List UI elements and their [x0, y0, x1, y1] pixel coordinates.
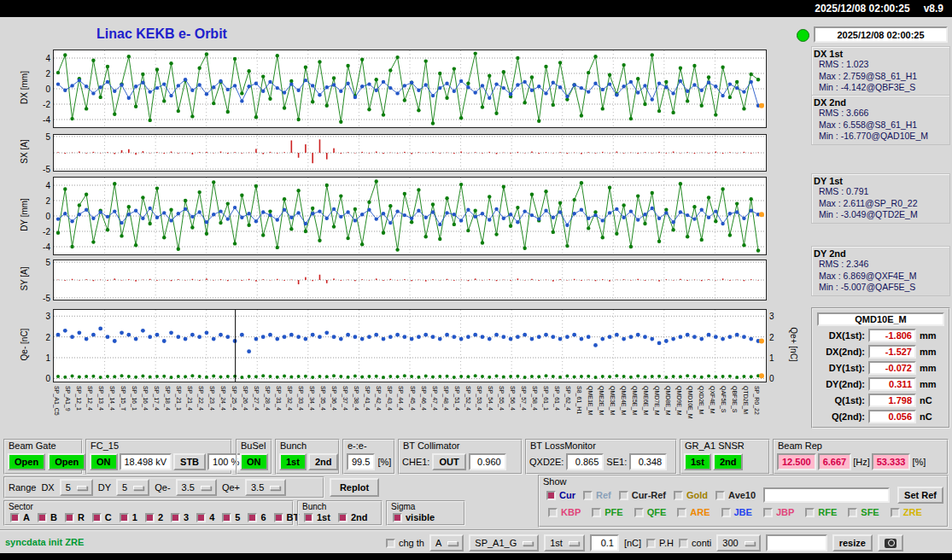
show-gold-checkbox[interactable]: Gold: [674, 490, 708, 500]
show-ave10-checkbox[interactable]: Ave10: [715, 490, 756, 500]
bunch-2nd-button[interactable]: 2nd: [308, 453, 339, 470]
sector-r-checkbox[interactable]: R: [65, 512, 85, 522]
checkbox-box[interactable]: [38, 513, 47, 522]
x-axis-label: QXF4E_M: [710, 386, 715, 414]
x-axis-label: QBF3E_S: [732, 386, 738, 413]
checkbox-box[interactable]: [679, 539, 688, 548]
show-rfe-checkbox[interactable]: RFE: [805, 507, 837, 517]
sector-c-checkbox[interactable]: C: [92, 512, 112, 522]
range-qep-dropdown[interactable]: 3.5: [245, 479, 286, 496]
checkbox-box[interactable]: [222, 513, 231, 522]
chg-th-checkbox[interactable]: chg th: [386, 538, 424, 548]
blank-entry-field[interactable]: [766, 534, 827, 551]
range-qem-dropdown[interactable]: 3.5: [176, 479, 217, 496]
gr-2nd-button[interactable]: 2nd: [713, 453, 744, 470]
show-kbp-checkbox[interactable]: KBP: [548, 507, 581, 517]
range-dy-dropdown[interactable]: 5: [116, 479, 149, 496]
show-pfe-checkbox[interactable]: PFE: [592, 507, 622, 517]
range-dx-dropdown[interactable]: 5: [60, 479, 93, 496]
threshold-field[interactable]: 0.1: [590, 534, 619, 551]
fc15-stb-button[interactable]: STB: [173, 453, 206, 470]
show-ref-checkbox[interactable]: Ref: [583, 490, 611, 500]
checkbox-box[interactable]: [721, 508, 731, 517]
sector-3-checkbox[interactable]: 3: [171, 512, 189, 522]
checkbox-box[interactable]: [583, 491, 593, 500]
checkbox-box[interactable]: [548, 508, 558, 517]
beam-gate-open-button-1[interactable]: Open: [8, 453, 45, 470]
x-axis-label: SP_23_4: [209, 386, 215, 411]
bunch-dropdown[interactable]: 1st: [544, 534, 585, 551]
checkbox-box[interactable]: [92, 513, 102, 522]
checkbox-box[interactable]: [848, 508, 857, 517]
x-axis-label: SP_31_4: [276, 386, 282, 411]
snapshot-button[interactable]: [878, 534, 903, 551]
camera-icon: [885, 539, 897, 548]
gr-1st-button[interactable]: 1st: [684, 453, 711, 470]
show-jbe-checkbox[interactable]: JBE: [721, 507, 752, 517]
x-axis-label: SP_53_4: [476, 386, 482, 411]
checkbox-box[interactable]: [634, 508, 644, 517]
mode-dropdown[interactable]: A: [429, 534, 464, 551]
show-cur-ref-checkbox[interactable]: Cur-Ref: [619, 490, 666, 500]
sector-4-checkbox[interactable]: 4: [196, 512, 214, 522]
show-qfe-checkbox[interactable]: QFE: [634, 507, 667, 517]
sector-1-checkbox[interactable]: 1: [120, 512, 137, 522]
checkbox-box[interactable]: [677, 508, 686, 517]
checkbox-box[interactable]: [304, 513, 313, 522]
checkbox-box[interactable]: [619, 491, 628, 500]
x-axis-label: SP_61_1: [543, 386, 549, 411]
checkbox-box[interactable]: [805, 508, 815, 517]
checkbox-box[interactable]: [248, 513, 257, 522]
ph-checkbox[interactable]: P.H: [646, 538, 674, 548]
checkbox-box[interactable]: [393, 513, 402, 522]
replot-button[interactable]: Replot: [330, 478, 379, 497]
checkbox-box[interactable]: [120, 513, 129, 522]
checkbox-box[interactable]: [171, 513, 180, 522]
show-jbp-checkbox[interactable]: JBP: [763, 507, 794, 517]
sector-bt-checkbox[interactable]: BT: [274, 512, 300, 522]
sector-2-checkbox[interactable]: 2: [145, 512, 163, 522]
checkbox-box[interactable]: [674, 491, 683, 500]
checkbox-box[interactable]: [715, 491, 725, 500]
checkbox-box[interactable]: [338, 513, 348, 522]
x-axis-label: QME2E_M: [599, 386, 604, 415]
che1-out-button[interactable]: OUT: [432, 453, 465, 470]
show-cur-checkbox[interactable]: Cur: [546, 490, 575, 500]
show-are-checkbox[interactable]: ARE: [677, 507, 710, 517]
checkbox-box[interactable]: [10, 513, 20, 522]
conti-checkbox[interactable]: conti: [679, 538, 711, 548]
sector-a-checkbox[interactable]: A: [10, 512, 30, 522]
x-axis-label: SP_47_4: [432, 386, 438, 411]
checkbox-box[interactable]: [646, 539, 656, 548]
busel-on-button[interactable]: ON: [240, 453, 268, 470]
bunch-1st-button[interactable]: 1st: [279, 453, 307, 470]
stat-group-title: DY 2nd: [814, 248, 949, 259]
checkbox-box[interactable]: [592, 508, 601, 517]
checkbox-box[interactable]: [65, 513, 74, 522]
resize-button[interactable]: resize: [832, 534, 873, 551]
checkbox-box[interactable]: [386, 539, 395, 548]
beam-gate-open-button-2[interactable]: Open: [48, 453, 85, 470]
sector-6-checkbox[interactable]: 6: [248, 512, 266, 522]
bunch-view-label: Bunch: [302, 502, 326, 511]
monitor-group-dropdown[interactable]: SP_A1_G: [469, 534, 539, 551]
checkbox-box[interactable]: [274, 513, 283, 522]
bunch-view-frame: Bunch 1st2nd: [297, 500, 383, 526]
checkbox-box[interactable]: [196, 513, 206, 522]
sigma-visible-checkbox[interactable]: visible: [393, 512, 435, 522]
fc15-on-button[interactable]: ON: [90, 453, 118, 470]
bunch-view-1st-checkbox[interactable]: 1st: [304, 512, 330, 522]
sector-5-checkbox[interactable]: 5: [222, 512, 240, 522]
show-sfe-checkbox[interactable]: SFE: [848, 507, 879, 517]
interval-dropdown[interactable]: 300: [716, 534, 760, 551]
checkbox-box[interactable]: [145, 513, 155, 522]
bunch-view-2nd-checkbox[interactable]: 2nd: [338, 512, 368, 522]
monitor-row-unit: nC: [920, 411, 932, 422]
checkbox-box[interactable]: [546, 491, 556, 500]
checkbox-box[interactable]: [763, 508, 773, 517]
set-ref-button[interactable]: Set Ref: [897, 487, 943, 504]
ref-entry-field[interactable]: [763, 487, 890, 503]
checkbox-box[interactable]: [891, 508, 900, 517]
sector-b-checkbox[interactable]: B: [38, 512, 57, 522]
show-zre-checkbox[interactable]: ZRE: [891, 507, 922, 517]
